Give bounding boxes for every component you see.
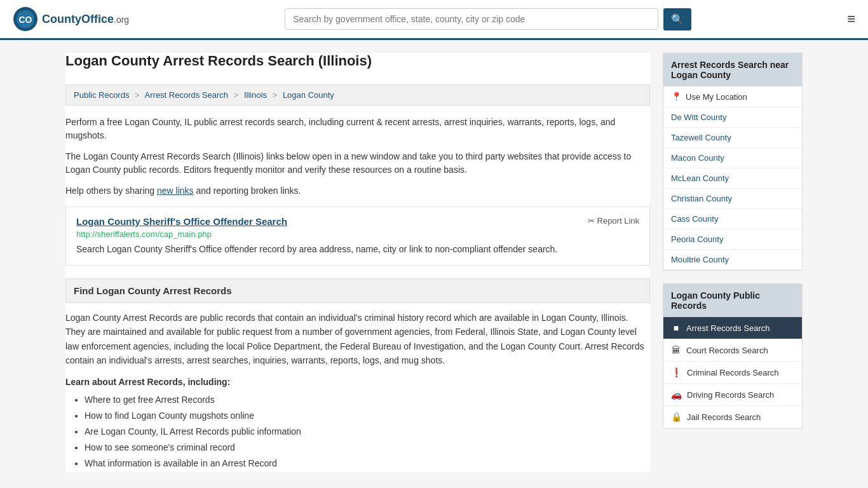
list-item: Are Logan County, IL Arrest Records publ… xyxy=(85,424,650,440)
breadcrumb-sep-2: > xyxy=(234,90,239,100)
desc-para-3: Help others by sharing new links and rep… xyxy=(65,184,650,198)
record-icon: ■ xyxy=(671,323,681,333)
list-item: What information is available in an Arre… xyxy=(85,456,650,471)
nearby-county-item[interactable]: Moultrie County xyxy=(663,250,802,270)
nearby-county-item[interactable]: Peoria County xyxy=(663,229,802,250)
use-location-label: Use My Location xyxy=(686,92,747,102)
logo-icon: CO xyxy=(13,6,38,32)
nearby-county-item[interactable]: Cass County xyxy=(663,209,802,229)
record-icon: 🚗 xyxy=(671,390,682,400)
nearby-items: 📍Use My LocationDe Witt CountyTazewell C… xyxy=(663,86,802,270)
sidebar-record-item[interactable]: ❗Criminal Records Search xyxy=(663,362,802,384)
nearby-header: Arrest Records Search near Logan County xyxy=(663,53,802,86)
breadcrumb-sep-1: > xyxy=(135,90,140,100)
nearby-county-item[interactable]: Christian County xyxy=(663,189,802,209)
records-items: ■Arrest Records Search🏛Court Records Sea… xyxy=(663,317,802,428)
breadcrumb: Public Records > Arrest Records Search >… xyxy=(65,85,650,105)
logo-text-area: CountyOffice.org xyxy=(42,13,129,26)
record-label: Jail Records Search xyxy=(687,412,761,422)
scissors-icon: ✂ xyxy=(588,216,595,226)
use-location-item[interactable]: 📍Use My Location xyxy=(663,86,802,107)
sidebar-record-item[interactable]: 🏛Court Records Search xyxy=(663,339,802,362)
list-item: How to find Logan County mugshots online xyxy=(85,408,650,424)
nearby-section: Arrest Records Search near Logan County … xyxy=(663,53,803,271)
sidebar-record-item[interactable]: 🚗Driving Records Search xyxy=(663,384,802,406)
nearby-county-item[interactable]: Tazewell County xyxy=(663,128,802,148)
record-label: Court Records Search xyxy=(686,346,768,355)
location-pin-icon: 📍 xyxy=(671,92,682,102)
report-link-label: Report Link xyxy=(597,216,639,226)
logo-area: CO CountyOffice.org xyxy=(13,6,129,32)
breadcrumb-sep-3: > xyxy=(273,90,278,100)
record-link-header: Logan County Sheriff's Office Offender S… xyxy=(76,216,639,229)
nearby-county-item[interactable]: McLean County xyxy=(663,168,802,189)
breadcrumb-public-records[interactable]: Public Records xyxy=(74,90,129,100)
list-item: Where to get free Arrest Records xyxy=(85,392,650,408)
desc-para-3-before: Help others by sharing xyxy=(65,186,157,196)
sidebar-record-item[interactable]: 🔒Jail Records Search xyxy=(663,406,802,428)
sidebar-record-item[interactable]: ■Arrest Records Search xyxy=(663,317,802,339)
record-icon: ❗ xyxy=(671,367,682,377)
find-section: Find Logan County Arrest Records Logan C… xyxy=(65,278,650,472)
desc-para-3-after: and reporting broken links. xyxy=(194,186,301,196)
breadcrumb-arrest-records[interactable]: Arrest Records Search xyxy=(145,90,229,100)
page-title: Logan County Arrest Records Search (Illi… xyxy=(65,53,650,76)
record-link-title[interactable]: Logan County Sheriff's Office Offender S… xyxy=(76,216,287,227)
records-header: Logan County Public Records xyxy=(663,284,802,317)
search-area: 🔍 xyxy=(285,8,691,30)
desc-para-2: The Logan County Arrest Records Search (… xyxy=(65,150,650,177)
record-url[interactable]: http://sheriffalerts.com/cap_main.php xyxy=(76,229,639,239)
sidebar: Arrest Records Search near Logan County … xyxy=(663,53,803,472)
breadcrumb-illinois[interactable]: Illinois xyxy=(244,90,267,100)
nearby-county-item[interactable]: Macon County xyxy=(663,148,802,168)
record-label: Arrest Records Search xyxy=(686,323,770,333)
menu-button[interactable]: ≡ xyxy=(847,11,855,27)
search-button[interactable]: 🔍 xyxy=(663,8,691,30)
record-label: Criminal Records Search xyxy=(687,368,779,377)
new-links-link[interactable]: new links xyxy=(157,186,194,196)
find-section-header: Find Logan County Arrest Records xyxy=(65,278,650,303)
report-link-button[interactable]: ✂ Report Link xyxy=(588,216,639,226)
desc-para-1: Perform a free Logan County, IL public a… xyxy=(65,116,650,142)
breadcrumb-logan-county[interactable]: Logan County xyxy=(283,90,334,100)
search-icon: 🔍 xyxy=(671,14,684,25)
record-desc: Search Logan County Sheriff's Office off… xyxy=(76,243,639,256)
logo-suffix: .org xyxy=(114,15,129,25)
record-label: Driving Records Search xyxy=(687,390,774,400)
svg-text:CO: CO xyxy=(19,15,32,25)
records-section: Logan County Public Records ■Arrest Reco… xyxy=(663,283,803,429)
hamburger-icon: ≡ xyxy=(847,11,855,27)
nearby-county-item[interactable]: De Witt County xyxy=(663,107,802,128)
record-icon: 🔒 xyxy=(671,412,682,422)
record-link-box: Logan County Sheriff's Office Offender S… xyxy=(65,207,650,266)
find-desc: Logan County Arrest Records are public r… xyxy=(65,311,650,368)
record-icon: 🏛 xyxy=(671,345,681,355)
logo-brand: CountyOffice xyxy=(42,13,114,25)
list-item: How to see someone's criminal record xyxy=(85,440,650,456)
learn-list: Where to get free Arrest RecordsHow to f… xyxy=(65,392,650,472)
search-input[interactable] xyxy=(285,8,658,30)
learn-title: Learn about Arrest Records, including: xyxy=(65,377,650,387)
